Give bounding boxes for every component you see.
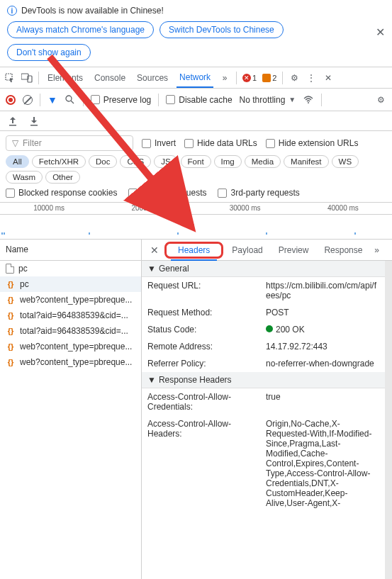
device-toggle-icon[interactable] xyxy=(21,72,33,84)
request-row[interactable]: {}total?aid=964838539&cid=... xyxy=(0,323,141,339)
settings-icon[interactable]: ⚙ xyxy=(289,72,300,84)
svg-point-5 xyxy=(308,102,309,103)
general-section-header[interactable]: ▼General xyxy=(142,261,385,277)
name-column-header[interactable]: Name xyxy=(0,240,141,261)
invert-checkbox[interactable]: Invert xyxy=(142,138,176,148)
request-name: total?aid=964838539&cid=... xyxy=(20,310,128,320)
json-icon: {} xyxy=(6,310,16,320)
more-detail-tabs-icon[interactable]: » xyxy=(371,244,382,256)
svg-point-3 xyxy=(66,96,72,101)
download-icon[interactable] xyxy=(28,116,40,127)
status-dot-icon xyxy=(266,325,273,332)
filter-chip-js[interactable]: JS xyxy=(154,155,177,168)
inspect-icon[interactable] xyxy=(4,72,16,84)
tab-elements[interactable]: Elements xyxy=(45,69,86,87)
request-detail-panel: ✕ Headers Payload Preview Response » ▼Ge… xyxy=(142,240,392,579)
remote-address-key: Remote Address: xyxy=(147,342,257,352)
request-row[interactable]: pc xyxy=(0,261,141,276)
acah-key: Access-Control-Allow-Headers: xyxy=(147,419,257,508)
request-url-value: https://cm.bilibili.com/cm/api/fees/pc xyxy=(266,281,379,300)
request-name: pc xyxy=(18,264,28,274)
net-settings-icon[interactable]: ⚙ xyxy=(375,94,386,106)
devtools-main-toolbar: Elements Console Sources Network » ✕1 2 … xyxy=(0,67,392,89)
warning-badge[interactable]: 2 xyxy=(262,74,276,82)
request-url-key: Request URL: xyxy=(147,281,257,300)
third-party-checkbox[interactable]: 3rd-party requests xyxy=(218,188,299,198)
filter-input[interactable]: ▽ Filter xyxy=(6,135,133,151)
tab-headers[interactable]: Headers xyxy=(171,241,217,261)
filter-funnel-icon: ▽ xyxy=(12,138,18,148)
tab-console[interactable]: Console xyxy=(91,69,128,87)
hide-data-urls-checkbox[interactable]: Hide data URLs xyxy=(184,138,257,148)
tab-sources[interactable]: Sources xyxy=(134,69,171,87)
tab-network[interactable]: Network xyxy=(177,68,213,88)
preserve-log-checkbox[interactable]: Preserve log xyxy=(91,95,151,105)
referrer-policy-key: Referrer Policy: xyxy=(147,359,257,369)
filter-chip-media[interactable]: Media xyxy=(245,155,281,168)
close-devtools-icon[interactable]: ✕ xyxy=(323,72,334,84)
tab-preview[interactable]: Preview xyxy=(271,241,316,259)
timeline-overview[interactable]: 10000 ms 20000 ms 30000 ms 40000 ms xyxy=(0,203,392,240)
filter-chip-ws[interactable]: WS xyxy=(332,155,359,168)
disable-cache-checkbox[interactable]: Disable cache xyxy=(166,95,232,105)
filter-chip-doc[interactable]: Doc xyxy=(89,155,117,168)
referrer-policy-value: no-referrer-when-downgrade xyxy=(266,359,379,369)
filter-chip-all[interactable]: All xyxy=(6,155,29,168)
filter-toggle-icon[interactable]: ▼ xyxy=(47,94,57,106)
document-icon xyxy=(6,264,14,274)
clear-button[interactable] xyxy=(23,95,33,105)
dont-show-again-button[interactable]: Don't show again xyxy=(7,44,91,61)
request-row[interactable]: {}web?content_type=pbreque... xyxy=(0,292,141,308)
request-name: web?content_type=pbreque... xyxy=(20,342,132,352)
request-row[interactable]: {}web?content_type=pbreque... xyxy=(0,339,141,354)
request-row[interactable]: {}pc xyxy=(0,276,141,292)
filter-chip-wasm[interactable]: Wasm xyxy=(6,171,43,184)
always-match-button[interactable]: Always match Chrome's language xyxy=(7,21,154,38)
request-row[interactable]: {}web?content_type=pbreque... xyxy=(0,354,141,370)
blocked-requests-checkbox[interactable]: Blocked requests xyxy=(128,188,206,198)
filter-chip-css[interactable]: CSS xyxy=(120,155,151,168)
blocked-cookies-checkbox[interactable]: Blocked response cookies xyxy=(6,188,117,198)
json-icon: {} xyxy=(6,342,16,352)
wifi-icon[interactable] xyxy=(303,94,314,106)
upload-icon[interactable] xyxy=(7,116,18,127)
tab-payload[interactable]: Payload xyxy=(225,241,269,259)
json-icon: {} xyxy=(6,295,16,305)
remote-address-value: 14.17.92.72:443 xyxy=(266,342,379,352)
acac-key: Access-Control-Allow-Credentials: xyxy=(147,392,257,412)
kebab-icon[interactable]: ⋮ xyxy=(306,72,317,84)
request-name: web?content_type=pbreque... xyxy=(20,357,132,367)
error-badge[interactable]: ✕1 xyxy=(242,74,257,82)
banner-close-icon[interactable]: ✕ xyxy=(376,26,385,39)
json-icon: {} xyxy=(6,279,16,289)
filter-chip-img[interactable]: Img xyxy=(214,155,242,168)
acah-value: Origin,No-Cache,X-Requested-With,If-Modi… xyxy=(266,419,379,508)
status-code-value: 200 OK xyxy=(266,325,379,335)
info-icon: i xyxy=(7,6,17,16)
acac-value: true xyxy=(266,392,379,412)
svg-line-4 xyxy=(71,101,74,103)
switch-devtools-button[interactable]: Switch DevTools to Chinese xyxy=(159,21,284,38)
search-icon[interactable] xyxy=(65,94,76,106)
import-export-bar xyxy=(0,111,392,131)
record-button[interactable] xyxy=(6,95,16,105)
filter-chip-other[interactable]: Other xyxy=(45,171,80,184)
request-method-value: POST xyxy=(266,308,379,317)
response-headers-section-header[interactable]: ▼Response Headers xyxy=(142,372,385,388)
caret-down-icon: ▼ xyxy=(147,375,156,385)
json-icon: {} xyxy=(6,326,16,336)
filter-chip-fetchxhr[interactable]: Fetch/XHR xyxy=(32,155,86,168)
filter-chip-manifest[interactable]: Manifest xyxy=(284,155,328,168)
more-tabs-icon[interactable]: » xyxy=(219,72,230,84)
svg-rect-6 xyxy=(9,125,16,126)
svg-rect-7 xyxy=(30,125,38,126)
request-row[interactable]: {}total?aid=964838539&cid=... xyxy=(0,308,141,323)
tab-response[interactable]: Response xyxy=(317,241,369,259)
filter-bar: ▽ Filter Invert Hide data URLs Hide exte… xyxy=(0,131,392,203)
filter-chip-font[interactable]: Font xyxy=(181,155,211,168)
network-toolbar: ▼ Preserve log Disable cache No throttli… xyxy=(0,89,392,111)
banner-title: DevTools is now available in Chinese! xyxy=(21,6,164,16)
throttling-dropdown[interactable]: No throttling ▼ xyxy=(240,95,296,105)
close-detail-icon[interactable]: ✕ xyxy=(146,244,163,256)
hide-extension-urls-checkbox[interactable]: Hide extension URLs xyxy=(266,138,359,148)
